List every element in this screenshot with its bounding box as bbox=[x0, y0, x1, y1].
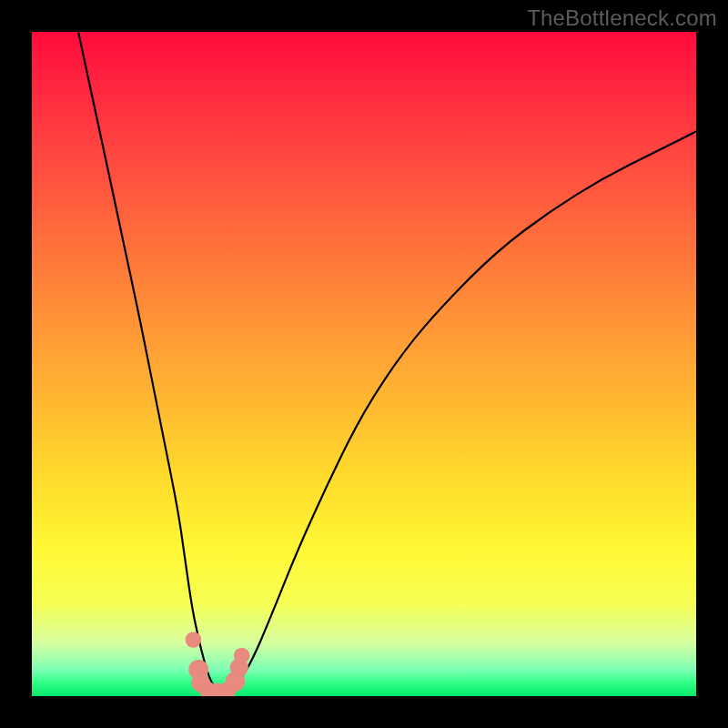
highlight-dot bbox=[226, 672, 246, 692]
highlight-dot bbox=[230, 658, 248, 676]
highlight-dot bbox=[234, 648, 250, 664]
watermark-text: TheBottleneck.com bbox=[527, 5, 717, 31]
plot-area bbox=[32, 32, 696, 696]
chart-frame: TheBottleneck.com bbox=[0, 0, 728, 728]
highlight-dots-group bbox=[186, 632, 250, 696]
highlight-dot bbox=[188, 660, 208, 680]
highlight-dot bbox=[199, 682, 217, 696]
highlight-dot bbox=[186, 632, 202, 648]
chart-overlay-svg bbox=[32, 32, 696, 696]
highlight-dot bbox=[219, 682, 237, 696]
highlight-dot bbox=[210, 682, 227, 696]
highlight-dot bbox=[191, 673, 209, 692]
bottleneck-curve-line bbox=[78, 32, 696, 690]
